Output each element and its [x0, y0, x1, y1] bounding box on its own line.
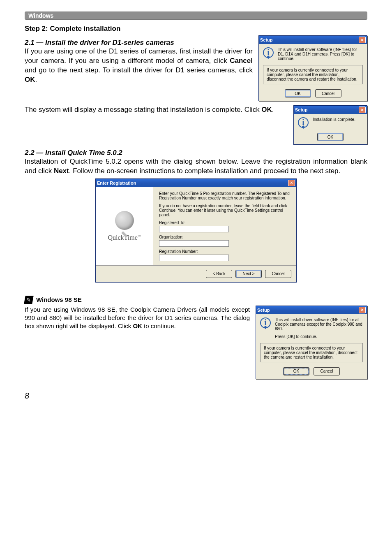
- cancel-button[interactable]: Cancel: [314, 367, 340, 375]
- close-icon[interactable]: ×: [288, 180, 295, 186]
- setup-dialog-1: Setup × i This will install driver softw…: [258, 35, 367, 101]
- text-run: .: [35, 76, 37, 83]
- text-run: and go to the next step. To install the …: [25, 66, 253, 74]
- substep-2-1-body: If you are using one of the D1 series of…: [25, 47, 253, 85]
- registered-to-input[interactable]: [159, 226, 229, 232]
- ok-text-bold: OK: [133, 322, 142, 329]
- middle-paragraph: The system will display a message statin…: [25, 105, 288, 115]
- cancel-button[interactable]: Cancel: [265, 270, 291, 278]
- text-run: .: [272, 106, 274, 114]
- info-icon: i: [263, 47, 274, 58]
- callout-body: If you are using Windows 98 SE, the Cool…: [25, 306, 250, 331]
- info-icon: i: [298, 117, 309, 128]
- dialog-message-line2: Press [OK] to continue.: [275, 334, 363, 339]
- text-run: If you are using one of the D1 series of…: [25, 47, 253, 65]
- label-registration-number: Registration Number:: [159, 249, 291, 254]
- setup-dialog-2: Setup × i Installation is complete. OK: [293, 105, 367, 145]
- dialog-titlebar: Setup ×: [259, 36, 367, 44]
- text-run: to continue.: [142, 322, 176, 329]
- dialog-message-line1: This will install driver software (INF f…: [275, 317, 363, 331]
- pencil-icon: ✎: [24, 296, 34, 304]
- step-title: Step 2: Complete installation: [25, 25, 367, 33]
- text-run: QuickTime: [108, 234, 137, 241]
- quicktime-logo-icon: [115, 211, 134, 230]
- dialog-title-text: Setup: [295, 107, 308, 112]
- dialog-titlebar: Setup ×: [256, 306, 367, 314]
- trademark-symbol: ™: [138, 234, 141, 238]
- dialog-inset-note: If your camera is currently connected to…: [263, 65, 363, 84]
- substep-2-2-title: 2.2 — Install Quick Time 5.0.2: [25, 149, 367, 157]
- dialog-title-text: Setup: [257, 308, 270, 313]
- label-organization: Organization:: [159, 235, 291, 239]
- registration-number-input[interactable]: [159, 255, 229, 261]
- substep-2-2-body: Installation of QuickTime 5.0.2 opens wi…: [25, 157, 367, 176]
- ok-text-bold: OK: [261, 106, 272, 114]
- setup-dialog-3: Setup × i This will install driver softw…: [256, 306, 367, 379]
- dialog-title-text: Setup: [260, 37, 273, 42]
- substep-2-1-title: 2.1 — Install the driver for D1-series c…: [25, 39, 253, 47]
- next-text-bold: Next: [54, 167, 69, 175]
- next-button[interactable]: Next >: [235, 270, 262, 278]
- back-button[interactable]: < Back: [206, 270, 232, 278]
- organization-input[interactable]: [159, 240, 229, 247]
- dialog-titlebar: Enter Registration ×: [96, 179, 296, 187]
- close-icon[interactable]: ×: [359, 307, 366, 313]
- dialog-message: This will install driver software (INF f…: [278, 47, 363, 61]
- page-number: 8: [25, 390, 367, 401]
- dialog-message: Installation is complete.: [313, 117, 355, 122]
- quicktime-registration-dialog: Enter Registration × QuickTime™ Enter yo…: [95, 178, 297, 283]
- callout-label: Windows 98 SE: [36, 296, 82, 303]
- close-icon[interactable]: ×: [359, 37, 366, 43]
- dialog-titlebar: Setup ×: [294, 106, 367, 114]
- close-icon[interactable]: ×: [359, 107, 366, 113]
- ok-button[interactable]: OK: [283, 367, 309, 375]
- ok-button[interactable]: OK: [285, 89, 311, 97]
- text-run: . Follow the on-screen instructions to c…: [69, 167, 341, 175]
- cancel-button[interactable]: Cancel: [315, 89, 341, 97]
- info-icon: i: [260, 317, 271, 328]
- dialog-title-text: Enter Registration: [97, 181, 136, 185]
- ok-text-bold: OK: [25, 76, 35, 83]
- callout-header: ✎ Windows 98 SE: [25, 296, 367, 304]
- qt-para-2: If you do not have a registration number…: [159, 204, 291, 217]
- label-registered-to: Registered To:: [159, 220, 291, 225]
- qt-para-1: Enter your QuickTime 5 Pro registration …: [159, 191, 291, 200]
- dialog-inset-note: If your camera is currently connected to…: [260, 343, 363, 362]
- section-banner: Windows: [25, 12, 367, 20]
- text-run: The system will display a message statin…: [25, 106, 261, 114]
- cancel-text-bold: Cancel: [230, 57, 253, 65]
- ok-button[interactable]: OK: [317, 133, 344, 141]
